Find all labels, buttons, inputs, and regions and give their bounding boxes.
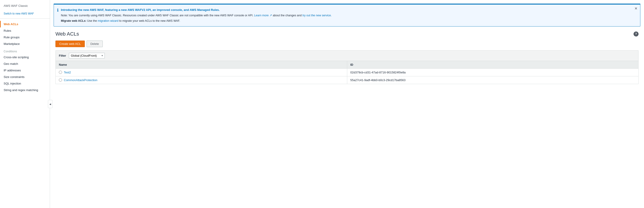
sidebar-item-marketplace[interactable]: Marketplace: [0, 41, 50, 47]
toolbar: Create web ACL Delete: [56, 41, 638, 47]
sidebar-item-geo-match[interactable]: Geo match: [0, 61, 50, 67]
table-row: CommonAttackProtection 55a27c41-9adf-4bb…: [56, 76, 638, 84]
sidebar: AWS WAF Classic Switch to new AWS WAF We…: [0, 0, 50, 208]
table-cell-name-1: CommonAttackProtection: [56, 76, 347, 84]
banner-body: Note: You are currently using AWS WAF Cl…: [61, 13, 632, 18]
table-cell-name-0: Test2: [56, 68, 347, 76]
conditions-nav: Cross-site scripting Geo match IP addres…: [0, 54, 50, 93]
info-banner: ℹ Introducing the new AWS WAF, featuring…: [54, 4, 640, 26]
sidebar-item-size-constraints[interactable]: Size constraints: [0, 74, 50, 80]
migration-wizard-link[interactable]: migration wizard: [98, 19, 118, 22]
table-cell-id-1: 55a27c41-9adf-4bb0-b0c3-29cd17ba8563: [347, 76, 638, 84]
page-title: Web ACLs: [56, 31, 79, 37]
table-row: Test2 02d379cb-cd31-47ad-8716-9015824f0e…: [56, 68, 638, 76]
sidebar-collapse-button[interactable]: ◀: [48, 100, 52, 108]
banner-content: Introducing the new AWS WAF, featuring a…: [61, 8, 636, 23]
banner-migrate: Migrate web ACLs: Use the migration wiza…: [61, 18, 632, 23]
sidebar-item-cross-site-scripting[interactable]: Cross-site scripting: [0, 54, 50, 61]
sidebar-item-string-regex[interactable]: String and regex matching: [0, 87, 50, 93]
page-header: Web ACLs ?: [56, 31, 638, 37]
acl-link-1[interactable]: CommonAttackProtection: [64, 78, 97, 82]
banner-close-button[interactable]: ✕: [634, 7, 638, 10]
acl-link-0[interactable]: Test2: [64, 71, 71, 74]
delete-button[interactable]: Delete: [86, 41, 103, 47]
filter-select[interactable]: Global (CloudFront) US East (N. Virginia…: [69, 53, 105, 58]
table-row-radio-0[interactable]: [59, 71, 62, 74]
help-button[interactable]: ?: [634, 31, 638, 36]
filter-label: Filter: [59, 54, 66, 57]
table-row-radio-1[interactable]: [59, 78, 62, 82]
table-header-row: Name ID: [56, 61, 638, 68]
sidebar-item-ip-addresses[interactable]: IP addresses: [0, 67, 50, 74]
sidebar-item-rules[interactable]: Rules: [0, 27, 50, 34]
banner-text-part2: about the changes and: [273, 14, 302, 17]
sidebar-item-rule-groups[interactable]: Rule groups: [0, 34, 50, 41]
table-cell-id-0: 02d379cb-cd31-47ad-8716-9015824f0e8a: [347, 68, 638, 76]
filter-row: Filter Global (CloudFront) US East (N. V…: [56, 50, 638, 61]
filter-select-wrapper[interactable]: Global (CloudFront) US East (N. Virginia…: [69, 53, 105, 58]
table-header-name: Name: [56, 61, 347, 68]
web-acls-table: Name ID Test2 02d379cb-cd31-47ad-8716-90…: [56, 61, 638, 84]
create-web-acl-button[interactable]: Create web ACL: [56, 41, 85, 47]
conditions-section-label: Conditions: [0, 47, 50, 54]
banner-headline: Introducing the new AWS WAF, featuring a…: [61, 8, 632, 12]
banner-note-text: Note: You are currently using AWS WAF Cl…: [61, 14, 253, 17]
switch-to-new-waf-link[interactable]: Switch to new AWS WAF: [0, 10, 50, 18]
sidebar-item-web-acls[interactable]: Web ACLs: [0, 21, 50, 27]
table-header-id: ID: [347, 61, 638, 68]
main-content: ℹ Introducing the new AWS WAF, featuring…: [50, 0, 644, 208]
learn-more-link[interactable]: Learn more ↗: [254, 14, 272, 17]
page-content: Web ACLs ? Create web ACL Delete Filter …: [50, 26, 644, 208]
radio-cell-0: Test2: [59, 71, 344, 74]
migrate-text: Use the: [87, 19, 98, 22]
sidebar-nav: Web ACLs Rules Rule groups Marketplace: [0, 18, 50, 47]
sidebar-item-sql-injection[interactable]: SQL injection: [0, 80, 50, 87]
info-icon: ℹ: [57, 8, 59, 23]
try-service-link[interactable]: try out the new service.: [302, 14, 332, 17]
migrate-text2: to migrate your web ACLs to the new AWS …: [119, 19, 180, 22]
radio-cell-1: CommonAttackProtection: [59, 78, 344, 82]
migrate-label: Migrate web ACLs:: [61, 19, 86, 22]
collapse-icon: ◀: [49, 103, 51, 105]
sidebar-title: AWS WAF Classic: [0, 2, 50, 10]
